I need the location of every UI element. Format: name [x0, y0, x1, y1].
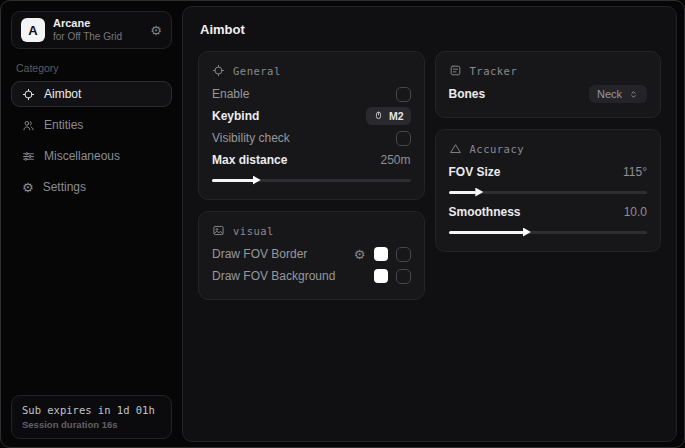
row-smoothness: Smoothness 10.0 [449, 201, 648, 223]
keybind-button[interactable]: M2 [366, 107, 411, 125]
row-max-distance: Max distance 250m [212, 149, 411, 171]
sidebar-item-label: Aimbot [44, 87, 81, 101]
category-label: Category [16, 62, 167, 74]
smoothness-value: 10.0 [624, 205, 647, 219]
sidebar-item-label: Miscellaneous [44, 149, 120, 163]
sidebar-item-label: Entities [44, 118, 83, 132]
sidebar: A Arcane for Off The Grid ⚙ Category Aim… [1, 1, 182, 447]
fov-background-label: Draw FOV Background [212, 269, 335, 283]
row-fov-size: FOV Size 115° [449, 161, 648, 183]
fov-background-color-swatch[interactable] [374, 269, 388, 283]
keybind-label: Keybind [212, 109, 259, 123]
panel-tracker: Tracker Bones Neck [435, 51, 662, 118]
enable-label: Enable [212, 87, 249, 101]
fov-size-label: FOV Size [449, 165, 501, 179]
triangle-icon [449, 142, 462, 155]
smoothness-slider[interactable] [449, 227, 648, 237]
fov-border-color-swatch[interactable] [374, 247, 388, 261]
slider-thumb[interactable] [523, 228, 531, 237]
bones-value: Neck [597, 88, 622, 100]
sidebar-item-label: Settings [43, 180, 86, 194]
session-duration: Session duration 16s [22, 419, 161, 430]
row-bones: Bones Neck [449, 83, 648, 105]
gear-icon[interactable]: ⚙ [150, 24, 162, 37]
visibility-checkbox[interactable] [396, 131, 411, 146]
crosshair-icon [212, 64, 225, 77]
smoothness-label: Smoothness [449, 205, 521, 219]
sidebar-menu: Aimbot Entities Miscellaneous ⚙ Settings [11, 81, 172, 200]
panel-general: General Enable Keybind M2 Visi [198, 51, 425, 200]
mouse-icon [373, 111, 384, 122]
logo-card: A Arcane for Off The Grid ⚙ [11, 11, 172, 49]
app-window: A Arcane for Off The Grid ⚙ Category Aim… [0, 0, 685, 448]
fov-size-value: 115° [623, 165, 647, 179]
keybind-value: M2 [389, 110, 404, 122]
row-draw-fov-border: Draw FOV Border ⚙ [212, 243, 411, 265]
panel-title: Accuracy [470, 143, 525, 155]
sidebar-item-entities[interactable]: Entities [11, 112, 172, 138]
main-content: Aimbot General Enable Keybind [182, 6, 677, 442]
fov-border-label: Draw FOV Border [212, 247, 307, 261]
visibility-check-label: Visibility check [212, 131, 290, 145]
app-logo: A [21, 18, 45, 42]
app-subtitle: for Off The Grid [53, 31, 122, 44]
layout-icon [449, 64, 462, 77]
bones-label: Bones [449, 87, 486, 101]
fov-size-slider[interactable] [449, 187, 648, 197]
fov-background-checkbox[interactable] [396, 269, 411, 284]
sidebar-item-aimbot[interactable]: Aimbot [11, 81, 172, 107]
gear-icon: ⚙ [22, 181, 34, 194]
gear-icon[interactable]: ⚙ [354, 248, 366, 261]
enable-checkbox[interactable] [396, 87, 411, 102]
sidebar-item-settings[interactable]: ⚙ Settings [11, 174, 172, 200]
bones-select[interactable]: Neck [589, 85, 647, 103]
subscription-card: Sub expires in 1d 01h Session duration 1… [11, 395, 172, 439]
max-distance-value: 250m [380, 153, 410, 167]
max-distance-slider[interactable] [212, 175, 411, 185]
crosshair-icon [22, 88, 35, 101]
page-title: Aimbot [200, 22, 661, 37]
image-icon [212, 224, 225, 237]
sliders-icon [22, 150, 35, 163]
row-keybind: Keybind M2 [212, 105, 411, 127]
panel-accuracy: Accuracy FOV Size 115° Smoothness 10.0 [435, 129, 662, 252]
slider-thumb[interactable] [475, 188, 483, 197]
panel-title: visual [233, 225, 274, 237]
entities-icon [22, 119, 35, 132]
fov-border-checkbox[interactable] [396, 247, 411, 262]
subscription-expires: Sub expires in 1d 01h [22, 404, 161, 416]
row-visibility-check: Visibility check [212, 127, 411, 149]
max-distance-label: Max distance [212, 153, 287, 167]
chevron-up-down-icon [628, 89, 639, 100]
slider-thumb[interactable] [253, 176, 261, 185]
app-name: Arcane [53, 17, 122, 31]
row-enable: Enable [212, 83, 411, 105]
panel-visual: visual Draw FOV Border ⚙ Draw FOV Backgr… [198, 211, 425, 300]
row-draw-fov-background: Draw FOV Background [212, 265, 411, 287]
panel-title: Tracker [470, 65, 518, 77]
sidebar-item-miscellaneous[interactable]: Miscellaneous [11, 143, 172, 169]
panel-title: General [233, 65, 281, 77]
